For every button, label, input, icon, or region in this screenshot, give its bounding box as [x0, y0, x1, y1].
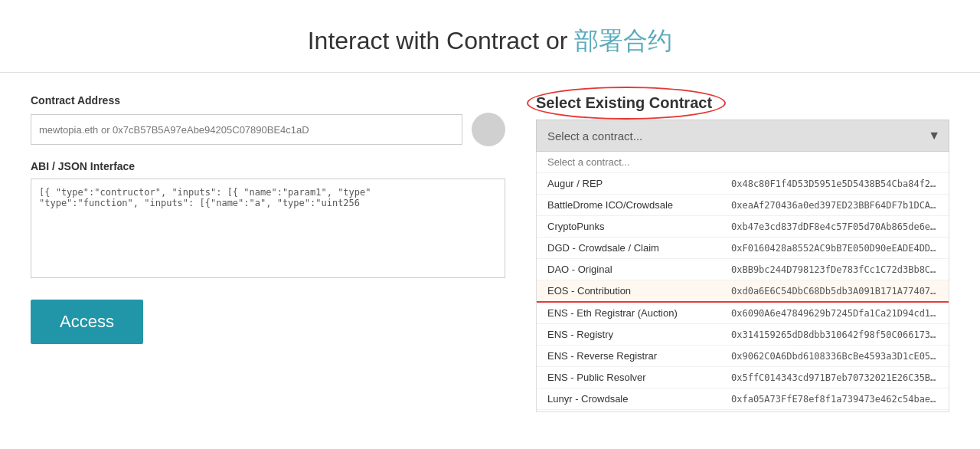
contract-address-input[interactable]	[31, 114, 462, 145]
list-item[interactable]: ENS - Reverse Registrar0x9062C0A6Dbd6108…	[537, 346, 949, 367]
main-content: Contract Address ABI / JSON Interface [{…	[0, 73, 980, 412]
contract-address: 0xd0a6E6C54DbC68Db5db3A091B171A77407Ff7c…	[731, 286, 938, 297]
list-item[interactable]: BattleDrome ICO/Crowdsale0xeaAf270436a0e…	[537, 195, 949, 216]
list-item[interactable]: EOS - Contribution0xd0a6E6C54DbC68Db5db3…	[537, 280, 949, 303]
contract-address: 0x314159265dD8dbb310642f98f50C066173C125…	[731, 329, 938, 340]
contract-name: ENS - Registry	[547, 329, 731, 340]
contract-name: CryptoPunks	[547, 221, 731, 232]
list-item[interactable]: ENS - Public Resolver0x5ffC014343cd971B7…	[537, 367, 949, 388]
select-existing-label: Select Existing Contract	[536, 94, 712, 112]
contract-name: DGD - Crowdsale / Claim	[547, 242, 731, 254]
title-plain: Interact with Contract	[308, 27, 539, 54]
page-title: Interact with Contract or 部署合约	[0, 25, 980, 58]
contract-dropdown[interactable]: Select a contract...	[536, 120, 949, 152]
dropdown-container: Select a contract... ▼	[536, 120, 949, 152]
contract-address: 0xBB9bc244D798123fDe783fCc1C72d3Bb8C1894…	[731, 264, 938, 275]
contract-address: 0x5ffC014343cd971B7eb70732021E26C35B744c…	[731, 372, 938, 383]
circle-button[interactable]	[472, 113, 505, 146]
title-connector: or	[539, 27, 574, 54]
contract-address-row	[31, 113, 505, 146]
contract-name: DAO - Original	[547, 264, 731, 275]
contract-name: EOS - Contribution	[547, 285, 731, 297]
list-item[interactable]: Select a contract...	[537, 152, 949, 173]
contract-name: BattleDrome ICO/Crowdsale	[547, 199, 731, 211]
contract-name: Select a contract...	[547, 156, 731, 168]
list-item[interactable]: ENS - Registry0x314159265dD8dbb310642f98…	[537, 324, 949, 346]
access-button[interactable]: Access	[31, 300, 143, 344]
list-item[interactable]: ENS - Eth Registrar (Auction)0x6090A6e47…	[537, 303, 949, 324]
contract-address: 0x9062C0A6Dbd6108336BcBe4593a3D1cE055120…	[731, 351, 938, 362]
contract-address: 0x48c80F1f4D53D5951e5D5438B54Cba84f29F32…	[731, 179, 938, 189]
list-item[interactable]: Augur / REP0x48c80F1f4D53D5951e5D5438B54…	[537, 173, 949, 195]
contract-name: Augur / REP	[547, 178, 731, 189]
contracts-list: Select a contract...Augur / REP0x48c80F1…	[536, 152, 949, 412]
list-item[interactable]: CryptoPunks0xb47e3cd837dDF8e4c57F05d70Ab…	[537, 216, 949, 238]
contract-name: ENS - Reverse Registrar	[547, 350, 731, 362]
list-item[interactable]: DAO - Original0xBB9bc244D798123fDe783fCc…	[537, 259, 949, 280]
abi-textarea[interactable]: [{ "type":"contructor", "inputs": [{ "na…	[31, 179, 505, 278]
contract-address: 0x6090A6e47849629b7245Dfa1Ca21D94cd15878…	[731, 308, 938, 319]
contract-name: ENS - Eth Registrar (Auction)	[547, 307, 731, 319]
page-wrapper: Interact with Contract or 部署合约 Contract …	[0, 0, 980, 449]
page-header: Interact with Contract or 部署合约	[0, 0, 980, 73]
contract-address: 0xfa05A73FfE78ef8f1a739473e462c54bae6567…	[731, 394, 938, 405]
list-item[interactable]: Lunyr - Crowdsale0xfa05A73FfE78ef8f1a739…	[537, 388, 949, 410]
right-panel: Select Existing Contract Select a contra…	[536, 94, 949, 412]
list-item[interactable]: DGD - Crowdsale / Claim0xF0160428a8552AC…	[537, 238, 949, 259]
contract-name: ENS - Public Resolver	[547, 372, 731, 383]
abi-label: ABI / JSON Interface	[31, 160, 505, 172]
contract-address: 0xb47e3cd837dDF8e4c57F05d70Ab865de6e193B…	[731, 221, 938, 232]
contract-address-label: Contract Address	[31, 94, 505, 107]
left-panel: Contract Address ABI / JSON Interface [{…	[31, 94, 536, 412]
contract-address: 0xF0160428a8552AC9bB7E050D90eEADE4DDD528…	[731, 243, 938, 254]
title-cjk: 部署合约	[574, 27, 672, 54]
contract-address: 0xeaAf270436a0ed397ED23BBF64DF7b1DCAff14…	[731, 200, 938, 211]
contract-name: Lunyr - Crowdsale	[547, 393, 731, 405]
list-item[interactable]: Milestone Tracker0x3C01ddC7aF41E6888cBD8…	[537, 410, 949, 412]
